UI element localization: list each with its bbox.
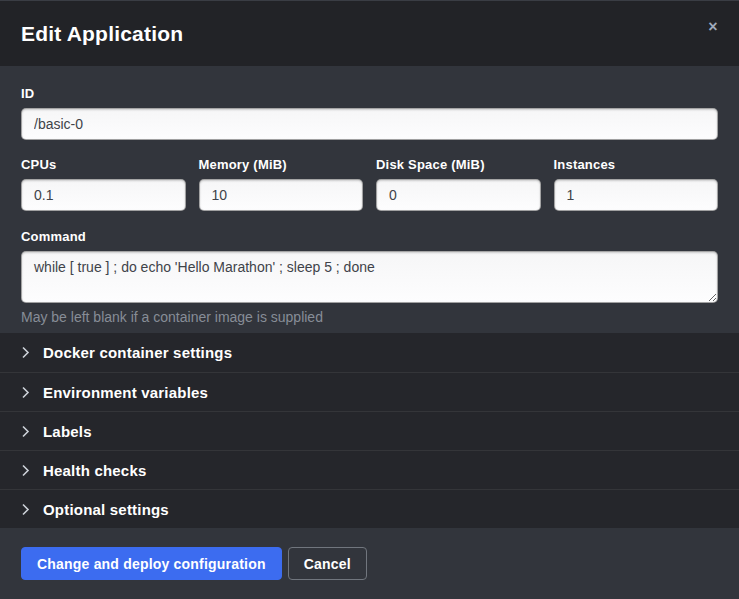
command-textarea[interactable]: while [ true ] ; do echo 'Hello Marathon… (21, 251, 718, 303)
cpus-input[interactable] (21, 179, 186, 211)
instances-input[interactable] (554, 179, 719, 211)
section-label: Health checks (43, 462, 146, 479)
section-health-checks[interactable]: Health checks (0, 450, 739, 489)
resources-row: CPUs Memory (MiB) Disk Space (MiB) Insta… (21, 157, 718, 211)
close-icon[interactable]: × (701, 15, 725, 39)
memory-input[interactable] (199, 179, 364, 211)
section-optional-settings[interactable]: Optional settings (0, 489, 739, 528)
disk-space-field-group: Disk Space (MiB) (376, 157, 541, 211)
change-and-deploy-button[interactable]: Change and deploy configuration (21, 547, 282, 580)
chevron-right-icon (21, 346, 30, 359)
command-help-text: May be left blank if a container image i… (21, 309, 718, 325)
chevron-right-icon (21, 503, 30, 516)
application-form: ID CPUs Memory (MiB) Disk Space (MiB) In… (0, 66, 739, 333)
command-field-group: Command while [ true ] ; do echo 'Hello … (21, 229, 718, 325)
command-label: Command (21, 229, 718, 244)
chevron-right-icon (21, 425, 30, 438)
modal-title: Edit Application (21, 22, 183, 46)
section-label: Labels (43, 423, 92, 440)
modal-footer: Change and deploy configuration Cancel (0, 528, 739, 599)
section-labels[interactable]: Labels (0, 411, 739, 450)
section-environment-variables[interactable]: Environment variables (0, 372, 739, 411)
chevron-right-icon (21, 386, 30, 399)
instances-field-group: Instances (554, 157, 719, 211)
instances-label: Instances (554, 157, 719, 172)
disk-space-input[interactable] (376, 179, 541, 211)
section-label: Environment variables (43, 384, 208, 401)
modal-header: Edit Application × (0, 0, 739, 66)
section-label: Docker container settings (43, 344, 232, 361)
cpus-field-group: CPUs (21, 157, 186, 211)
id-label: ID (21, 86, 718, 101)
disk-space-label: Disk Space (MiB) (376, 157, 541, 172)
edit-application-modal: Edit Application × ID CPUs Memory (MiB) … (0, 0, 739, 599)
memory-field-group: Memory (MiB) (199, 157, 364, 211)
section-docker-container-settings[interactable]: Docker container settings (0, 333, 739, 372)
id-input[interactable] (21, 108, 718, 140)
id-field-group: ID (21, 86, 718, 140)
cpus-label: CPUs (21, 157, 186, 172)
cancel-button[interactable]: Cancel (288, 547, 367, 580)
memory-label: Memory (MiB) (199, 157, 364, 172)
collapsible-sections: Docker container settings Environment va… (0, 333, 739, 528)
section-label: Optional settings (43, 501, 169, 518)
chevron-right-icon (21, 464, 30, 477)
